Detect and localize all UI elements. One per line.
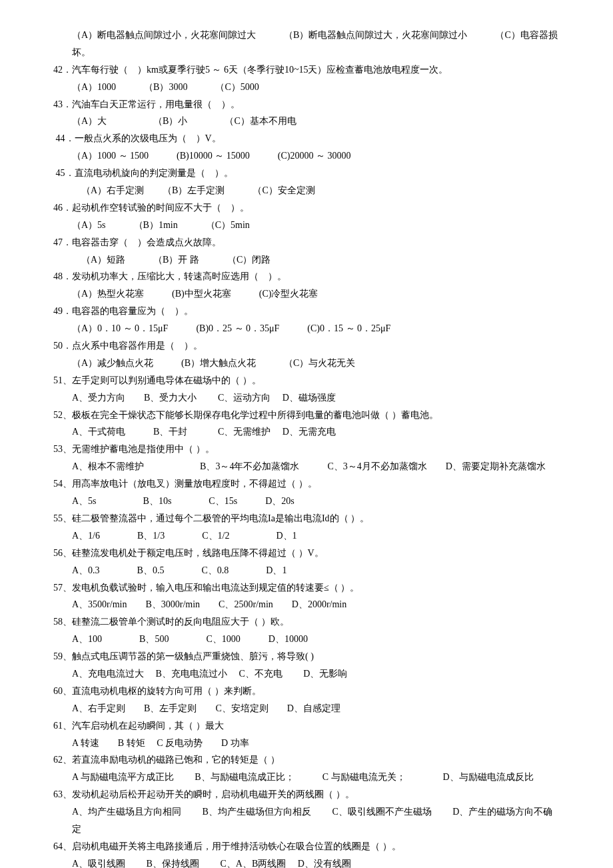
text-line: 47．电容器击穿（ ）会造成点火故障。 <box>53 234 560 251</box>
text-line: A、干式荷电 B、干封 C、无需维护 D、无需充电 <box>53 423 560 441</box>
text-line: A、受力方向 B、受力大小 C、运动方向 D、磁场强度 <box>53 389 560 407</box>
text-line: 54、用高率放电计（放电叉）测量放电程度时，不得超过（ ）。 <box>53 475 560 493</box>
text-line: A、1/6 B、1/3 C、1/2 D、1 <box>53 527 560 545</box>
text-line: A 与励磁电流平方成正比 B、与励磁电流成正比； C 与励磁电流无关； D、与励… <box>53 769 560 786</box>
text-line: 53、无需维护蓄电池是指使用中（ ）。 <box>53 441 560 458</box>
text-line: A、5s B、10s C、15s D、20s <box>53 493 560 510</box>
text-line: 57、发电机负载试验时，输入电压和输出电流达到规定值的转速要≤（ ）。 <box>53 579 560 597</box>
text-line: A、均产生磁场且方向相同 B、均产生磁场但方向相反 C、吸引线圈不产生磁场 D、… <box>53 803 560 838</box>
text-line: 56、硅整流发电机处于额定电压时，线路电压降不得超过（ ）V。 <box>53 545 560 562</box>
text-line: 62、若直流串励电动机的磁路已饱和，它的转矩是（ ） <box>53 751 560 769</box>
text-line: 59、触点式电压调节器的第一级触点严重烧蚀、脏污，将导致( ) <box>53 648 560 665</box>
text-line: 45．直流电动机旋向的判定测量是（ ）。 <box>53 165 560 182</box>
text-line: A、0.3 B、0.5 C、0.8 D、1 <box>53 562 560 579</box>
text-line: （A）1000 （B）3000 （C）5000 <box>53 79 560 96</box>
text-line: 46．起动机作空转试验的时间应不大于（ ）。 <box>53 199 560 217</box>
text-line: （A）热型火花塞 (B)中型火花塞 (C)冷型火花塞 <box>53 285 560 303</box>
text-line: 60、直流电动机电枢的旋转方向可用（ ）来判断。 <box>53 683 560 700</box>
text-line: （A）短路 （B）开 路 （C）闭路 <box>53 251 560 269</box>
text-line: 43．汽油车白天正常运行，用电量很（ ）。 <box>53 96 560 113</box>
text-line: 49．电容器的电容量应为（ ）。 <box>53 303 560 320</box>
text-line: （A）0．10 ～ 0．15μF (B)0．25 ～ 0．35μF (C)0．1… <box>53 320 560 337</box>
text-line: （A）1000 ～ 1500 (B)10000 ～ 15000 (C)20000… <box>53 147 560 165</box>
text-line: 52、极板在完全干燥状态下能够长期保存电化学过程中所得到电量的蓄电池叫做（ ）蓄… <box>53 407 560 424</box>
question-list: （A）断电器触点间隙过小，火花塞间隙过大 （B）断电器触点间隙过大，火花塞间隙过… <box>53 27 560 868</box>
text-line: 63、发动机起动后松开起动开关的瞬时，启动机电磁开关的两线圈（ ）。 <box>53 786 560 803</box>
text-line: A、充电电流过大 B、充电电流过小 C、不充电 D、无影响 <box>53 665 560 683</box>
text-line: 51、左手定则可以判别通电导体在磁场中的（ ）。 <box>53 372 560 389</box>
text-line: A、右手定则 B、左手定则 C、安培定则 D、自感定理 <box>53 700 560 717</box>
text-line: 61、汽车启动机在起动瞬间，其（ ）最大 <box>53 717 560 735</box>
text-line: A、3500r/min B、3000r/min C、2500r/min D、20… <box>53 596 560 613</box>
text-line: A、根本不需维护 B、3～4年不必加蒸馏水 C、3～4月不必加蒸馏水 D、需要定… <box>53 458 560 475</box>
text-line: （A）右手定测 （B）左手定测 （C）安全定测 <box>53 182 560 199</box>
text-line: （A）大 （B）小 （C）基本不用电 <box>53 113 560 130</box>
text-line: （A）减少触点火花 (B）增大触点火花 （C）与火花无关 <box>53 355 560 372</box>
text-line: A 转速 B 转矩 C 反电动势 D 功率 <box>53 735 560 752</box>
text-line: （A）断电器触点间隙过小，火花塞间隙过大 （B）断电器触点间隙过大，火花塞间隙过… <box>53 27 560 61</box>
text-line: A、100 B、500 C、1000 D、10000 <box>53 631 560 648</box>
text-line: 50．点火系中电容器作用是（ ）。 <box>53 337 560 355</box>
text-line: 58、硅整流二极管单个测试时的反向电阻应大于（ ）欧。 <box>53 613 560 631</box>
text-line: 42．汽车每行驶（ ）km或夏季行驶5 ～ 6天（冬季行驶10~15天）应检查蓄… <box>53 61 560 79</box>
text-line: （A）5s （B）1min （C）5min <box>53 217 560 234</box>
text-line: 44．一般点火系的次级电压为（ ）V。 <box>53 130 560 147</box>
text-line: 48．发动机功率大，压缩比大，转速高时应选用（ ）。 <box>53 268 560 285</box>
text-line: 64、启动机电磁开关将主电路接通后，用于维持活动铁心在吸合位置的线圈是（ ）。 <box>53 838 560 855</box>
text-line: A、吸引线圈 B、保持线圈 C、A、B两线圈 D、没有线圈 <box>53 855 560 868</box>
text-line: 55、硅二极管整流器中，通过每个二极管的平均电流Ia是输出电流Id的（ ）。 <box>53 510 560 527</box>
